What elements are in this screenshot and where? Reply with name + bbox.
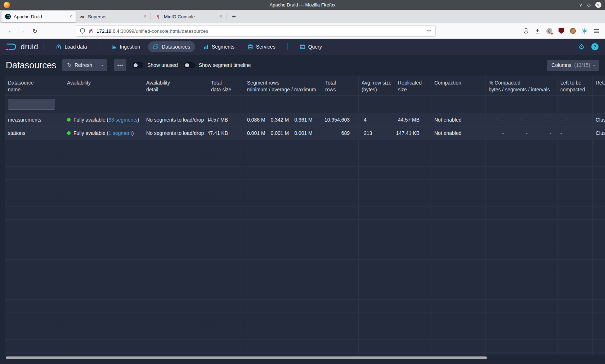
colorful-asterisk-icon[interactable] — [582, 28, 588, 34]
datasources-table: Datasourcename Availability Availability… — [5, 76, 605, 355]
nav-item-segments[interactable]: Segments — [198, 41, 239, 52]
horizontal-scrollbar[interactable] — [6, 356, 487, 359]
table-row-stations[interactable]: stations Fully available (1 segment) No … — [5, 127, 605, 140]
window-close-icon[interactable]: × — [595, 2, 601, 8]
nav-item-label: Datasources — [162, 44, 190, 50]
datasources-page: Datasources ↻ Refresh ▾ ••• Show unused … — [0, 55, 605, 364]
tab-close-icon[interactable]: × — [144, 14, 146, 19]
tab-separator — [151, 13, 151, 20]
druid-logo[interactable]: druid — [5, 42, 38, 51]
table-row-empty — [5, 153, 605, 167]
col-header-compaction[interactable]: Compaction — [431, 76, 486, 96]
compaction-status: Not enabled — [431, 113, 486, 127]
table-filter-row — [5, 96, 605, 113]
col-header-availability-detail[interactable]: Availabilitydetail — [143, 76, 208, 96]
settings-gear-icon[interactable]: ⚙ — [578, 43, 585, 50]
back-icon[interactable]: ← — [4, 28, 17, 34]
segment-rows-cell: 0.088 M0.342 M0.361 M — [244, 113, 322, 127]
datasource-name: measurements — [5, 113, 64, 127]
datasource-name-filter-input[interactable] — [8, 99, 55, 110]
availability-cell: Fully available (1 segment) — [64, 127, 143, 140]
more-actions-button[interactable]: ••• — [114, 59, 126, 71]
col-header-retention[interactable]: Retention — [593, 76, 605, 96]
forward-icon[interactable]: → — [17, 28, 29, 34]
extension-icon[interactable]: () — [546, 28, 552, 34]
insecure-lock-icon[interactable] — [88, 28, 93, 34]
col-header-total-data-size[interactable]: Totaldata size — [208, 76, 244, 96]
nav-item-label: Query — [308, 44, 322, 50]
nav-item-load-data[interactable]: Load data — [51, 41, 92, 52]
url-host: 172.18.0.4 — [97, 28, 120, 34]
menu-icon[interactable] — [594, 29, 599, 33]
table-row-measurements[interactable]: measurements Fully available (33 segment… — [5, 113, 605, 127]
cookie-icon[interactable] — [570, 28, 576, 34]
tracking-shield-icon[interactable] — [80, 28, 85, 34]
refresh-button[interactable]: ↻ Refresh — [62, 59, 97, 71]
window-minimize-icon[interactable]: ∨ — [579, 3, 582, 7]
left-to-compact: - — [557, 127, 593, 140]
nav-item-label: Services — [256, 44, 275, 50]
show-unused-toggle[interactable] — [133, 62, 143, 68]
druid-wordmark: druid — [21, 42, 38, 51]
minio-favicon — [155, 14, 161, 19]
table-row-empty — [5, 286, 605, 300]
nav-item-datasources[interactable]: Datasources — [148, 41, 195, 52]
table-row-empty — [5, 300, 605, 313]
col-header-avg-row-size[interactable]: Avg. row size(bytes) — [359, 76, 395, 96]
table-row-empty — [5, 326, 605, 340]
col-header-segment-rows[interactable]: Segment rowsminimum / average / maximum — [244, 76, 322, 96]
tab-close-icon[interactable]: × — [220, 14, 222, 19]
tab-apache-druid[interactable]: Apache Druid × — [1, 11, 76, 22]
tab-close-icon[interactable]: × — [70, 14, 72, 19]
downloads-icon[interactable] — [535, 28, 540, 34]
replicated-size: 147.41 KB — [395, 127, 431, 140]
segments-link[interactable]: 1 segment — [108, 130, 132, 136]
reload-icon[interactable]: ↻ — [29, 28, 41, 35]
protections-shield-icon[interactable] — [523, 28, 529, 34]
window-maximize-icon[interactable]: ◇ — [587, 3, 591, 7]
table-row-empty — [5, 206, 605, 220]
segments-icon — [203, 44, 209, 50]
toggle-knob — [185, 63, 189, 67]
bookmark-star-icon[interactable]: ☆ — [427, 28, 431, 34]
refresh-caret-button[interactable]: ▾ — [97, 59, 107, 71]
col-header-replicated-size[interactable]: Replicatedsize — [395, 76, 431, 96]
new-tab-button[interactable]: + — [228, 13, 240, 21]
table-header-row: Datasourcename Availability Availability… — [5, 76, 605, 96]
nav-item-label: Ingestion — [120, 44, 140, 50]
tab-minio[interactable]: MinIO Console × — [152, 11, 226, 22]
replicated-size: 44.57 MB — [395, 113, 431, 127]
availability-cell: Fully available (33 segments) — [64, 113, 143, 127]
col-header-pct-compacted[interactable]: % Compactedbytes / segments / intervals — [486, 76, 557, 96]
segments-link[interactable]: 33 segments — [108, 117, 137, 123]
col-header-total-rows[interactable]: Totalrows — [322, 76, 359, 96]
nav-item-query[interactable]: Query — [295, 41, 327, 52]
total-data-size: 44.57 MB — [208, 113, 244, 127]
show-segment-timeline-toggle[interactable] — [184, 62, 195, 68]
nav-item-ingestion[interactable]: Ingestion — [106, 41, 145, 52]
col-header-availability[interactable]: Availability — [64, 76, 143, 96]
nav-item-services[interactable]: Services — [242, 41, 281, 52]
tab-label: Apache Druid — [14, 14, 42, 19]
columns-label: Columns — [551, 62, 571, 68]
pct-compacted-cell: --- — [486, 127, 557, 140]
url-bar[interactable]: 172.18.0.4:30899/unified-console.html#da… — [76, 25, 436, 37]
datasources-icon — [153, 44, 159, 50]
table-row-empty — [5, 167, 605, 180]
table-row-empty — [5, 193, 605, 206]
avg-row-size: 4 — [359, 113, 395, 127]
help-icon[interactable]: ? — [591, 43, 599, 50]
avg-row-size: 213 — [359, 127, 395, 140]
horizontal-scroll-area — [0, 355, 605, 364]
tab-superset[interactable]: ∞ Superset × — [76, 11, 150, 22]
query-icon — [300, 44, 305, 50]
columns-button[interactable]: Columns (13/15) ▾ — [547, 60, 599, 71]
nav-item-label: Load data — [64, 44, 87, 50]
tab-label: MinIO Console — [164, 14, 195, 19]
available-dot-icon — [67, 131, 71, 135]
table-row-empty — [5, 246, 605, 260]
col-header-left-to-compact[interactable]: Left to becompacted — [557, 76, 593, 96]
col-header-datasource-name[interactable]: Datasourcename — [5, 76, 64, 96]
ublock-shield-icon[interactable] — [559, 28, 564, 34]
table-row-empty — [5, 233, 605, 246]
